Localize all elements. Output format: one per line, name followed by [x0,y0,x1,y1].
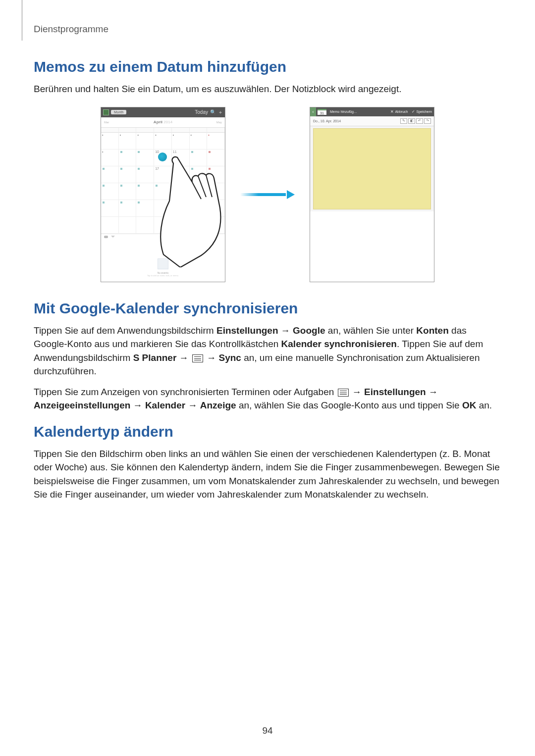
memo-screenshot: ‹ 31 Memo hinzufüg… ✕Abbruch ✓Speichern … [310,107,434,282]
figure-row: Month Today 🔍 ＋ Mar April 2014 May • • •… [34,107,501,282]
month-year: 2014 [163,120,172,124]
memo-blank-area [310,211,434,282]
intro-memos: Berühren und halten Sie ein Datum, um es… [34,82,501,96]
calendar-date-icon: 31 [318,109,326,115]
undo-icon: ↶ [416,118,423,124]
menu-icon [192,354,203,362]
memo-topbar: ‹ 31 Memo hinzufüg… ✕Abbruch ✓Speichern [310,107,434,116]
month-name: April [154,120,162,124]
heading-google-sync: Mit Google-Kalender synchronisieren [34,300,501,317]
cancel-button: ✕Abbruch [388,109,410,114]
transition-arrow-icon [240,190,295,199]
google-sync-p1: Tippen Sie auf dem Anwendungsbildschirm … [34,324,501,378]
page-content: Dienstprogramme Memos zu einem Datum hin… [0,0,535,502]
touch-point-icon [158,152,167,161]
calendar-type-body: Tippen Sie den Bildschirm oben links an … [34,447,501,502]
heading-memos: Memos zu einem Datum hinzufügen [34,58,501,75]
memo-toolbar: Do., 10. Apr. 2014 ✎ ◧ ↶ ↷ [310,116,434,126]
search-icon: 🔍 [210,109,216,115]
today-label: Today [195,109,208,115]
calendar-topbar: Month Today 🔍 ＋ [101,107,225,117]
calendar-empty-state: No events Tap to add an event, task, or … [101,234,225,282]
next-month-label: May [216,121,222,124]
breadcrumb: Dienstprogramme [34,24,501,35]
check-icon: ✓ [412,109,415,114]
calendar-grid: • • • • • • • • 10 11 17 [101,127,225,234]
calendar-footer-indicator [104,236,115,238]
page-number: 94 [0,725,535,736]
calendar-header: Mar April 2014 May [101,117,225,127]
view-mode-button: Month [111,110,126,114]
calendar-app-icon [103,109,109,115]
calendar-screenshot: Month Today 🔍 ＋ Mar April 2014 May • • •… [101,107,225,282]
close-icon: ✕ [390,109,394,114]
save-button: ✓Speichern [410,109,434,114]
memo-date: Do., 10. Apr. 2014 [313,119,399,123]
heading-calendar-type: Kalendertyp ändern [34,423,501,440]
back-icon: ‹ [310,107,316,116]
memo-title: Memo hinzufüg… [328,110,388,113]
eraser-tool-icon: ◧ [408,118,415,124]
redo-icon: ↷ [424,118,431,124]
pen-tool-icon: ✎ [400,118,407,124]
memo-canvas [313,128,431,209]
google-sync-p2: Tippen Sie zum Anzeigen von synchronisie… [34,385,501,412]
prev-month-label: Mar [104,121,109,124]
add-icon: ＋ [218,109,223,116]
menu-icon [338,389,349,397]
selected-day-cell: 10 [154,150,172,166]
